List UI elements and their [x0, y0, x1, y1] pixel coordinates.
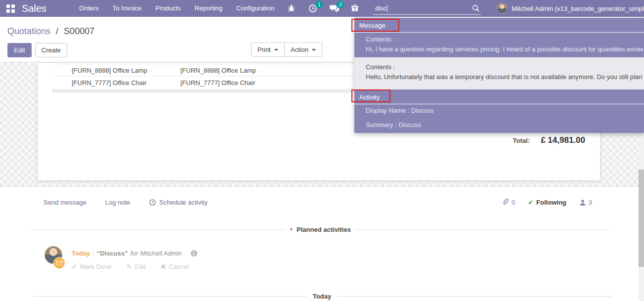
breadcrumb-quotations-link[interactable]: Quotations: [7, 26, 50, 36]
date-divider: Today: [33, 293, 611, 300]
total-label: Total:: [513, 137, 530, 144]
activity-summary-line: Today : “Discuss” for Mitchell Admin: [72, 250, 198, 257]
check-icon: ✔: [72, 263, 77, 270]
app-name[interactable]: Sales: [22, 3, 46, 14]
dropdown-group-activity: Activity: [354, 89, 644, 104]
info-icon[interactable]: [190, 250, 198, 257]
print-action-group: Print Action: [251, 43, 322, 57]
chatter: Send message Log note Schedule activity …: [0, 186, 644, 301]
text-cursor: [387, 5, 387, 12]
schedule-activity-button[interactable]: Schedule activity: [149, 199, 208, 206]
search-icon[interactable]: [472, 4, 480, 14]
activity-title: “Discuss”: [97, 250, 128, 257]
total-row: Total: £ 14,981.00: [462, 135, 585, 145]
activity-due: Today: [72, 250, 90, 257]
total-value: £ 14,981.00: [530, 135, 585, 145]
row-handle-cell[interactable]: [52, 64, 72, 76]
planned-activities-divider: ▼ Planned activities: [31, 226, 609, 233]
nav-menu-to-invoice[interactable]: To Invoice: [106, 0, 149, 17]
search-result-item[interactable]: Contents : Hi, I have a question regardi…: [354, 33, 644, 57]
nav-menu-reporting[interactable]: Reporting: [188, 0, 229, 17]
search-result-item[interactable]: Display Name : Discuss: [354, 104, 644, 119]
pencil-icon: ✎: [126, 263, 131, 270]
activity-assignee: Mitchell Admin: [140, 250, 182, 257]
activities-clock-icon[interactable]: 1: [308, 4, 318, 13]
nav-menu-orders[interactable]: Orders: [72, 0, 106, 17]
create-button[interactable]: Create: [35, 43, 67, 57]
nav-right-cluster: 1 3 disc: [281, 2, 644, 15]
email-activity-badge: [53, 257, 65, 269]
envelope-icon: [56, 260, 63, 265]
breadcrumb: Quotations / S00007: [7, 26, 94, 37]
activities-count-badge: 1: [315, 1, 323, 8]
person-icon: [579, 199, 586, 206]
mark-done-button[interactable]: ✔ Mark Done: [72, 263, 111, 270]
user-name: Mitchell Admin (v13_barcode_generator_si…: [512, 5, 644, 12]
print-dropdown-button[interactable]: Print: [251, 43, 285, 57]
activity-for: for: [130, 250, 138, 257]
planned-activities-toggle[interactable]: ▼ Planned activities: [289, 226, 351, 233]
user-menu[interactable]: Mitchell Admin (v13_barcode_generator_si…: [497, 3, 644, 14]
messages-count-badge: 3: [337, 1, 344, 8]
edit-button[interactable]: Edit: [7, 43, 32, 57]
gift-icon[interactable]: [351, 4, 360, 13]
followers-button[interactable]: 3: [579, 199, 592, 206]
apps-grid-icon[interactable]: [6, 4, 15, 13]
product-cell[interactable]: [FURN_7777] Office Chair: [72, 77, 180, 89]
caret-down-icon: ▼: [289, 227, 293, 232]
search-input-value: disc: [373, 4, 386, 12]
global-search-input[interactable]: disc: [373, 2, 481, 15]
caret-down-icon: [274, 49, 278, 51]
nav-menus: Orders To Invoice Products Reporting Con…: [72, 0, 281, 17]
edit-activity-button[interactable]: ✎ Edit: [126, 263, 145, 270]
messages-chat-icon[interactable]: 3: [330, 4, 339, 13]
row-handle-cell[interactable]: [52, 77, 72, 89]
dropdown-group-message: Message: [354, 18, 644, 33]
attachment-count: 0: [512, 199, 515, 206]
breadcrumb-current: S00007: [64, 26, 94, 36]
product-cell[interactable]: [FURN_8888] Office Lamp: [72, 64, 180, 76]
x-icon: ✖: [161, 263, 166, 270]
action-dropdown-button[interactable]: Action: [284, 43, 322, 57]
activity-actions: ✔ Mark Done ✎ Edit ✖ Cancel: [72, 263, 189, 270]
following-button[interactable]: ✔ Following: [528, 199, 566, 206]
user-avatar: [497, 3, 508, 14]
log-note-button[interactable]: Log note: [105, 199, 130, 206]
top-navbar: Sales Orders To Invoice Products Reporti…: [0, 0, 644, 17]
schedule-clock-icon: [149, 199, 156, 206]
search-result-item-highlighted[interactable]: Contents : Hello, Unfortunately that was…: [354, 57, 644, 89]
search-result-item[interactable]: Summary : Discuss: [354, 119, 644, 133]
search-results-dropdown: Message Contents : Hi, I have a question…: [354, 18, 644, 133]
paperclip-icon: [502, 199, 509, 206]
send-message-button[interactable]: Send message: [43, 199, 86, 206]
debug-bug-icon[interactable]: [287, 4, 297, 13]
attachments-button[interactable]: 0: [502, 199, 515, 206]
breadcrumb-separator: /: [56, 26, 58, 36]
cancel-activity-button[interactable]: ✖ Cancel: [161, 263, 189, 270]
follower-count: 3: [589, 199, 592, 206]
caret-down-icon: [312, 49, 316, 51]
check-icon: ✔: [528, 199, 533, 206]
nav-menu-products[interactable]: Products: [148, 0, 187, 17]
scrollbar-thumb[interactable]: [639, 170, 644, 267]
chatter-composer-buttons: Send message Log note Schedule activity: [43, 199, 208, 206]
date-divider-label: Today: [313, 293, 331, 300]
nav-menu-configuration[interactable]: Configuration: [229, 0, 281, 17]
chatter-followers-tools: 0 ✔ Following 3: [502, 199, 592, 206]
